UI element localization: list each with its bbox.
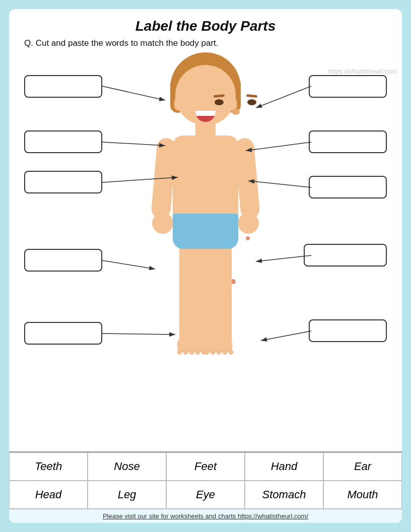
eyebrow-left <box>214 94 225 98</box>
neck <box>195 122 216 137</box>
leg-right <box>206 244 232 345</box>
underwear <box>173 214 238 249</box>
label-box-mouth-left[interactable] <box>24 171 102 193</box>
label-box-leg[interactable] <box>24 322 102 345</box>
watermark: https://whatistheurl.com <box>328 68 397 75</box>
toe <box>204 350 209 355</box>
page: Label the Body Parts Q. Cut and paste th… <box>9 9 402 523</box>
toe <box>183 350 188 355</box>
body-figure <box>145 57 266 405</box>
label-box-cheek[interactable] <box>309 176 387 198</box>
page-subtitle: Q. Cut and paste the words to match the … <box>24 38 402 48</box>
toe <box>217 350 221 355</box>
word-leg[interactable]: Leg <box>88 481 166 509</box>
footer-text: Please visit our site for worksheets and… <box>9 509 402 523</box>
svg-line-10 <box>261 331 311 341</box>
word-ear[interactable]: Ear <box>323 452 402 481</box>
hand-right <box>238 213 259 234</box>
toe <box>177 350 182 355</box>
label-box-shoulder[interactable] <box>304 244 387 267</box>
toe <box>229 350 233 355</box>
label-box-ear[interactable] <box>309 75 387 98</box>
eye-right <box>247 99 256 105</box>
label-box-foot[interactable] <box>309 319 387 342</box>
toes-left <box>177 350 206 355</box>
diagram-area: https://whatistheurl.com <box>9 52 402 451</box>
label-box-eye[interactable] <box>24 130 102 153</box>
word-eye[interactable]: Eye <box>166 481 245 509</box>
word-hand[interactable]: Hand <box>245 452 323 481</box>
eyebrow-right <box>246 94 257 98</box>
nose <box>232 109 240 115</box>
nipple-right <box>246 236 250 240</box>
toe <box>211 350 215 355</box>
word-stomach[interactable]: Stomach <box>245 481 323 509</box>
page-title: Label the Body Parts <box>9 18 402 34</box>
label-box-nose[interactable] <box>309 130 387 153</box>
toes-right <box>204 350 233 355</box>
hand-left <box>152 213 173 234</box>
leg-left <box>179 244 206 345</box>
torso <box>173 136 238 226</box>
word-nose[interactable]: Nose <box>88 452 166 481</box>
toe <box>223 350 227 355</box>
toe <box>189 350 194 355</box>
word-feet[interactable]: Feet <box>166 452 245 481</box>
word-teeth[interactable]: Teeth <box>9 452 88 481</box>
word-head[interactable]: Head <box>9 481 88 509</box>
eye-left <box>215 99 224 105</box>
word-mouth[interactable]: Mouth <box>323 481 402 509</box>
toe <box>195 350 200 355</box>
teeth <box>195 111 216 116</box>
label-box-arm[interactable] <box>24 249 102 272</box>
word-bank: Teeth Nose Feet Hand Ear Head Leg Eye St… <box>9 451 402 509</box>
label-box-hair[interactable] <box>24 75 102 98</box>
